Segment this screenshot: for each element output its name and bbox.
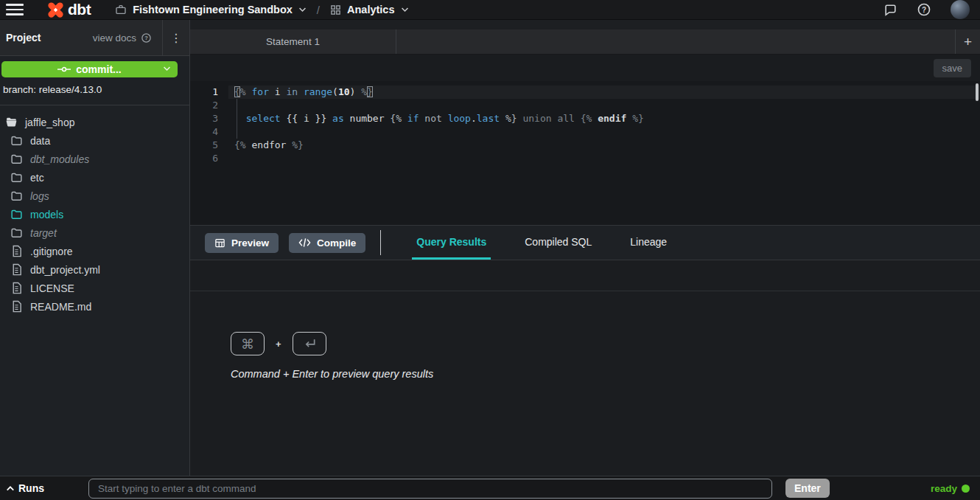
- ready-label: ready: [931, 483, 957, 494]
- sidebar-header: Project view docs ? ⋮: [0, 20, 189, 56]
- commit-icon: [57, 66, 71, 73]
- tree-item-label: models: [30, 209, 63, 221]
- results-content: ⌘ + Command + Enter to preview query res…: [190, 291, 980, 476]
- breadcrumb-separator: /: [317, 4, 320, 16]
- account-name: Fishtown Engineering Sandbox: [133, 4, 293, 15]
- dbt-command-input[interactable]: [88, 479, 772, 499]
- status-bar: Runs Enter ready: [0, 476, 980, 500]
- runs-label: Runs: [18, 482, 44, 494]
- tree-item-dbt-project-yml[interactable]: dbt_project.yml: [0, 260, 189, 279]
- commit-button[interactable]: commit...: [1, 61, 178, 77]
- commit-chevron-icon[interactable]: [163, 66, 171, 72]
- kebab-menu-icon[interactable]: ⋮: [163, 20, 189, 55]
- code-editor[interactable]: 123456 {% for i in range(10) %} select {…: [190, 81, 980, 226]
- tabbar-spacer: [396, 29, 955, 54]
- svg-text:?: ?: [922, 6, 926, 14]
- folder-icon: [10, 226, 23, 239]
- tree-item-label: LICENSE: [30, 282, 74, 294]
- tree-item-label: jaffle_shop: [25, 117, 74, 128]
- compile-button[interactable]: Compile: [289, 233, 365, 253]
- folder-icon: [10, 153, 23, 165]
- plus-label: +: [276, 338, 281, 350]
- brand-name: dbt: [68, 1, 91, 18]
- tree-item-data[interactable]: data: [0, 131, 189, 150]
- account-selector[interactable]: Fishtown Engineering Sandbox: [115, 4, 307, 15]
- project-name: Analytics: [347, 4, 394, 15]
- chat-icon[interactable]: [883, 3, 897, 17]
- topbar-right: ?: [883, 0, 970, 19]
- preview-button[interactable]: Preview: [205, 233, 279, 253]
- tree-item-jaffle-shop[interactable]: jaffle_shop: [0, 113, 189, 131]
- project-selector[interactable]: Analytics: [330, 4, 408, 15]
- code-line-1[interactable]: {% for i in range(10) %}: [228, 86, 980, 99]
- tree-item-models[interactable]: models: [0, 205, 189, 223]
- editor-toolbar: save: [190, 55, 980, 81]
- folder-icon: [10, 190, 23, 202]
- tree-item--gitignore[interactable]: .gitignore: [0, 242, 189, 260]
- compile-label: Compile: [317, 237, 356, 249]
- ready-status-dot: [962, 485, 970, 493]
- help-circle-icon: ?: [141, 32, 152, 44]
- chevron-down-icon: [401, 7, 409, 13]
- dbt-logo: dbt: [46, 0, 91, 20]
- workspace: Project view docs ? ⋮: [0, 20, 980, 476]
- shortcut-hint: Command + Enter to preview query results: [231, 368, 980, 380]
- line-number: 6: [190, 152, 228, 165]
- status-ready: ready: [931, 483, 970, 494]
- code-line-5[interactable]: {% endfor %}: [228, 139, 980, 152]
- results-toolbar: Preview Compile Query ResultsCompiled SQ…: [190, 226, 980, 260]
- tree-item-license[interactable]: LICENSE: [0, 279, 189, 297]
- line-number: 1: [190, 86, 228, 99]
- table-icon: [214, 237, 225, 249]
- code-line-2[interactable]: [228, 99, 980, 112]
- dbt-cloud-ide: dbt Fishtown Engineering Sandbox /: [0, 0, 980, 500]
- tabbar-gap: [190, 20, 980, 29]
- line-number: 3: [190, 112, 228, 125]
- results-tab-compiled-sql[interactable]: Compiled SQL: [520, 226, 596, 260]
- code-line-3[interactable]: select {{ i }} as number {% if not loop.…: [228, 112, 980, 125]
- results-tabs: Query ResultsCompiled SQLLineage: [412, 226, 671, 260]
- tree-item-readme-md[interactable]: README.md: [0, 297, 189, 316]
- main-panel: Statement 1 + save 123456 {% for i in ra…: [190, 20, 980, 476]
- view-docs-link[interactable]: view docs ?: [93, 32, 152, 44]
- sidebar: Project view docs ? ⋮: [0, 20, 190, 476]
- dbt-logo-icon: [46, 0, 66, 20]
- chevron-down-icon: [298, 7, 307, 13]
- code-line-4[interactable]: [228, 125, 980, 139]
- file-icon: [10, 300, 23, 313]
- enter-button[interactable]: Enter: [785, 479, 830, 498]
- shortcut-keys: ⌘ +: [231, 332, 980, 355]
- file-tree: jaffle_shopdatadbt_modulesetclogsmodelst…: [0, 105, 189, 476]
- tree-item-label: logs: [30, 190, 49, 202]
- runs-toggle[interactable]: Runs: [6, 482, 44, 494]
- indent-guide: [237, 99, 237, 139]
- new-tab-button[interactable]: +: [955, 29, 980, 54]
- line-number-gutter: 123456: [190, 81, 228, 225]
- results-tab-query-results[interactable]: Query Results: [412, 226, 491, 260]
- help-icon[interactable]: ?: [917, 2, 931, 17]
- tree-item-etc[interactable]: etc: [0, 168, 189, 187]
- folder-open-icon: [5, 116, 18, 128]
- tab-statement-1[interactable]: Statement 1: [190, 29, 396, 54]
- command-key-icon: ⌘: [231, 332, 265, 355]
- code-line-6[interactable]: [228, 152, 980, 165]
- hamburger-menu-icon[interactable]: [6, 3, 24, 16]
- tree-item-label: dbt_project.yml: [30, 264, 100, 276]
- tree-item-logs[interactable]: logs: [0, 187, 189, 205]
- user-avatar[interactable]: [951, 0, 970, 19]
- code-content[interactable]: {% for i in range(10) %} select {{ i }} …: [228, 81, 980, 225]
- topbar: dbt Fishtown Engineering Sandbox /: [0, 0, 980, 20]
- tree-item-label: dbt_modules: [30, 153, 89, 165]
- editor-scrollbar[interactable]: [976, 83, 979, 101]
- preview-label: Preview: [231, 237, 269, 249]
- line-number: 4: [190, 125, 228, 139]
- tree-item-target[interactable]: target: [0, 223, 189, 242]
- results-tab-lineage[interactable]: Lineage: [626, 226, 671, 260]
- file-icon: [10, 263, 23, 276]
- save-button[interactable]: save: [934, 59, 971, 77]
- tree-item-label: README.md: [30, 301, 91, 313]
- view-docs-label: view docs: [93, 32, 136, 44]
- tree-item-dbt-modules[interactable]: dbt_modules: [0, 150, 189, 168]
- tree-item-label: .gitignore: [30, 246, 73, 257]
- plus-icon: +: [964, 34, 972, 50]
